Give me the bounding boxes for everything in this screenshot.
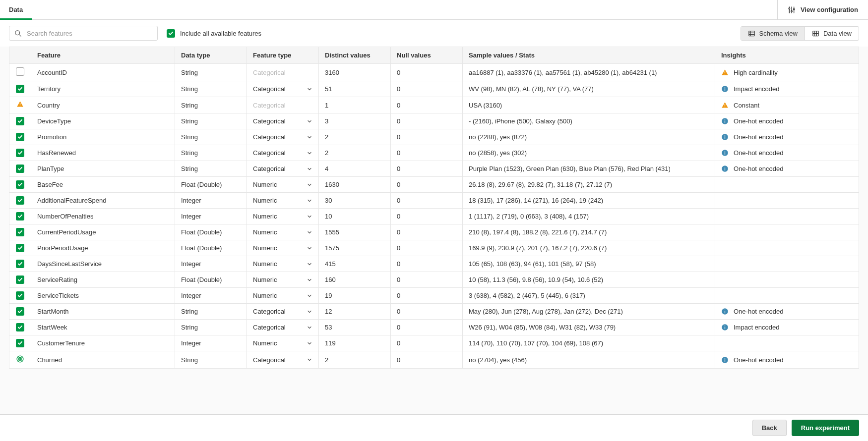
- feature-name: AccountID: [31, 64, 175, 81]
- data-type: String: [175, 64, 247, 81]
- search-input[interactable]: [26, 29, 152, 38]
- include-all-checkbox[interactable]: Include all available features: [167, 29, 261, 38]
- feature-type-dropdown[interactable]: Categorical: [247, 113, 319, 129]
- row-checkbox[interactable]: [16, 196, 24, 205]
- warning-icon: [16, 101, 24, 108]
- tab-data[interactable]: Data: [0, 0, 32, 19]
- distinct-values: 51: [319, 81, 391, 97]
- row-checkbox[interactable]: [16, 323, 24, 331]
- feature-type-dropdown[interactable]: Categorical: [247, 81, 319, 97]
- feature-type-dropdown[interactable]: Categorical: [247, 129, 319, 145]
- table-row: PriorPeriodUsageFloat (Double)Numeric157…: [9, 240, 859, 256]
- checkbox-icon: [167, 29, 175, 38]
- data-type: String: [175, 81, 247, 97]
- row-checkbox[interactable]: [16, 291, 24, 300]
- feature-type-dropdown[interactable]: Numeric: [247, 240, 319, 256]
- feature-type-dropdown[interactable]: Numeric: [247, 177, 319, 193]
- data-view-button[interactable]: Data view: [805, 27, 859, 40]
- row-checkbox[interactable]: [16, 212, 24, 220]
- col-data-type[interactable]: Data type: [175, 47, 247, 64]
- view-configuration-button[interactable]: View configuration: [777, 0, 868, 19]
- insights-cell: [715, 224, 859, 240]
- feature-type-dropdown[interactable]: Numeric: [247, 288, 319, 304]
- row-checkbox[interactable]: [16, 133, 24, 141]
- feature-type-value: Categorical: [253, 324, 286, 331]
- feature-name: CurrentPeriodUsage: [31, 224, 175, 240]
- back-button[interactable]: Back: [752, 420, 787, 436]
- row-checkbox[interactable]: [16, 260, 24, 268]
- run-experiment-button[interactable]: Run experiment: [792, 420, 859, 436]
- feature-type-dropdown[interactable]: Numeric: [247, 193, 319, 209]
- schema-view-icon: [748, 30, 755, 37]
- insights-cell: [715, 256, 859, 272]
- feature-type-dropdown: Categorical: [247, 64, 319, 81]
- feature-type-value: Numeric: [253, 276, 277, 283]
- feature-type-value: Categorical: [253, 356, 286, 364]
- row-checkbox[interactable]: [16, 149, 24, 157]
- row-checkbox[interactable]: [16, 244, 24, 252]
- feature-type-value: Categorical: [253, 133, 286, 141]
- table-row: StartWeekStringCategorical530W26 (91), W…: [9, 320, 859, 335]
- sample-values: 169.9 (9), 230.9 (7), 201 (7), 167.2 (7)…: [463, 240, 715, 256]
- chevron-down-icon: [307, 277, 312, 283]
- insights-cell: [715, 240, 859, 256]
- row-checkbox[interactable]: [16, 165, 24, 173]
- target-icon: [16, 355, 24, 363]
- distinct-values: 10: [319, 209, 391, 224]
- insights-cell: [715, 288, 859, 304]
- insight-text: One-hot encoded: [734, 165, 783, 172]
- null-values: 0: [391, 209, 463, 224]
- chevron-down-icon: [307, 261, 312, 267]
- row-checkbox[interactable]: [16, 307, 24, 316]
- sample-values: WV (98), MN (82), AL (78), NY (77), VA (…: [463, 81, 715, 97]
- feature-type-dropdown[interactable]: Numeric: [247, 256, 319, 272]
- insight-text: High cardinality: [734, 69, 778, 76]
- feature-type-dropdown[interactable]: Categorical: [247, 320, 319, 335]
- row-checkbox[interactable]: [16, 228, 24, 236]
- table-row: DaysSinceLastServiceIntegerNumeric415010…: [9, 256, 859, 272]
- table-row: PlanTypeStringCategorical40Purple Plan (…: [9, 161, 859, 177]
- feature-type-dropdown: Categorical: [247, 97, 319, 113]
- chevron-down-icon: [307, 150, 312, 156]
- feature-name: DeviceType: [31, 113, 175, 129]
- col-distinct[interactable]: Distinct values: [319, 47, 391, 64]
- col-feature-type[interactable]: Feature type: [247, 47, 319, 64]
- row-checkbox[interactable]: [16, 85, 24, 93]
- data-type: Float (Double): [175, 177, 247, 193]
- feature-type-dropdown[interactable]: Numeric: [247, 224, 319, 240]
- table-row: AdditionalFeatureSpendIntegerNumeric3001…: [9, 193, 859, 209]
- col-null[interactable]: Null values: [391, 47, 463, 64]
- data-type: String: [175, 113, 247, 129]
- table-row: CountryStringCategorical10USA (3160)Cons…: [9, 97, 859, 113]
- schema-view-button[interactable]: Schema view: [741, 27, 805, 40]
- feature-type-value: Numeric: [253, 197, 277, 204]
- row-checkbox[interactable]: [16, 67, 24, 76]
- col-sample[interactable]: Sample values / Stats: [463, 47, 715, 64]
- feature-name: CustomerTenure: [31, 335, 175, 351]
- null-values: 0: [391, 129, 463, 145]
- chevron-down-icon: [307, 198, 312, 204]
- distinct-values: 1: [319, 97, 391, 113]
- sliders-icon: [788, 6, 796, 14]
- data-type: String: [175, 129, 247, 145]
- row-checkbox[interactable]: [16, 117, 24, 125]
- row-checkbox[interactable]: [16, 276, 24, 284]
- null-values: 0: [391, 256, 463, 272]
- feature-type-dropdown[interactable]: Numeric: [247, 272, 319, 288]
- feature-type-dropdown[interactable]: Numeric: [247, 209, 319, 224]
- feature-type-dropdown[interactable]: Categorical: [247, 351, 319, 369]
- feature-type-dropdown[interactable]: Categorical: [247, 161, 319, 177]
- row-checkbox[interactable]: [16, 180, 24, 189]
- row-checkbox[interactable]: [16, 339, 24, 347]
- feature-type-dropdown[interactable]: Numeric: [247, 335, 319, 351]
- feature-type-dropdown[interactable]: Categorical: [247, 145, 319, 161]
- feature-name: HasRenewed: [31, 145, 175, 161]
- sample-values: aa16887 (1), aa33376 (1), aa57561 (1), a…: [463, 64, 715, 81]
- null-values: 0: [391, 272, 463, 288]
- feature-type-dropdown[interactable]: Categorical: [247, 304, 319, 320]
- col-insights[interactable]: Insights: [715, 47, 859, 64]
- warning-icon: [721, 102, 729, 109]
- data-type: String: [175, 97, 247, 113]
- col-feature[interactable]: Feature: [31, 47, 175, 64]
- search-features-field[interactable]: [9, 26, 158, 41]
